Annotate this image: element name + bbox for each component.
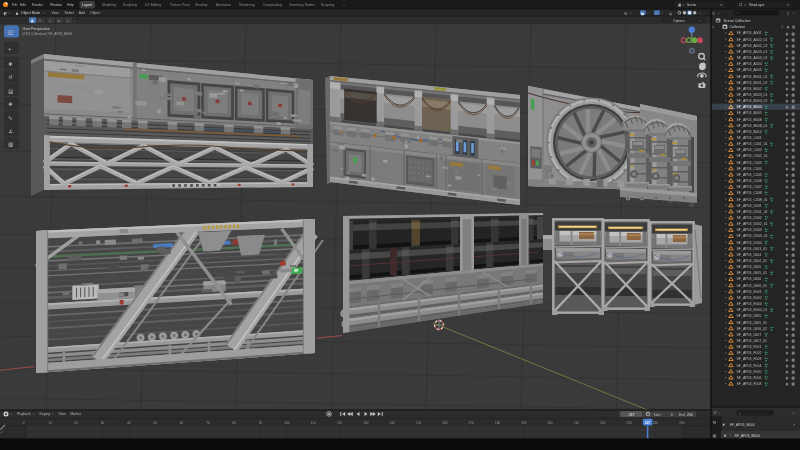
- svg-text:SF_AP03_B005: SF_AP03_B005: [737, 111, 762, 115]
- svg-text:0: 0: [23, 421, 25, 425]
- svg-text:☰: ☰: [714, 411, 718, 415]
- svg-text:Layout: Layout: [82, 3, 92, 7]
- svg-text:▩: ▩: [792, 253, 795, 257]
- svg-text:▩: ▩: [792, 191, 795, 195]
- svg-text:▩: ▩: [792, 345, 795, 349]
- svg-text:▩: ▩: [792, 44, 795, 48]
- svg-text:SF_AP03_E001: SF_AP03_E001: [737, 290, 762, 294]
- svg-text:▣: ▣: [678, 3, 681, 7]
- svg-text:SF_AP03_C001: SF_AP03_C001: [737, 136, 762, 140]
- svg-text:SF_AP03_0007: SF_AP03_0007: [737, 333, 762, 337]
- svg-text:SF_AP03_A003_02: SF_AP03_A003_02: [737, 56, 768, 60]
- svg-text:❐: ❐: [739, 3, 742, 7]
- svg-text:○: ○: [49, 19, 51, 23]
- svg-text:Shading: Shading: [195, 3, 208, 7]
- svg-text:ViewLayer: ViewLayer: [749, 3, 765, 7]
- svg-text:◉: ◉: [786, 284, 789, 288]
- svg-text:▩: ▩: [792, 118, 795, 122]
- svg-text:▩: ▩: [792, 112, 795, 116]
- svg-text:▩: ▩: [792, 75, 795, 79]
- svg-text:✕: ✕: [720, 3, 723, 7]
- svg-text:◉: ◉: [786, 198, 789, 202]
- svg-text:▩: ▩: [792, 241, 795, 245]
- svg-text:SF_AP03_0305_01: SF_AP03_0305_01: [737, 321, 768, 325]
- svg-text:SF_AP03_B003_02: SF_AP03_B003_02: [737, 99, 768, 103]
- svg-text:▩: ▩: [792, 142, 795, 146]
- svg-text:View: View: [52, 11, 60, 15]
- svg-text:◉: ◉: [786, 358, 789, 362]
- svg-text:∨: ∨: [52, 413, 54, 416]
- svg-text:SF_AP03_E004_01: SF_AP03_E004_01: [737, 308, 768, 312]
- svg-text:◉: ◉: [786, 179, 789, 183]
- svg-text:End: End: [679, 413, 685, 417]
- svg-text:◉: ◉: [786, 382, 789, 386]
- svg-text:130: 130: [363, 421, 368, 425]
- svg-text:▩: ▩: [792, 50, 795, 54]
- svg-text:SF_AP03_F001: SF_AP03_F001: [737, 345, 762, 349]
- svg-text:+: +: [343, 3, 345, 7]
- svg-text:SF_AP03_B003_01: SF_AP03_B003_01: [737, 93, 768, 97]
- svg-text:SF_AP03_D003: SF_AP03_D003: [737, 228, 762, 232]
- svg-text:▩: ▩: [792, 99, 795, 103]
- svg-text:10: 10: [48, 421, 52, 425]
- svg-text:▩: ▩: [792, 38, 795, 42]
- svg-text:◉: ◉: [786, 296, 789, 300]
- svg-text:⌕: ⌕: [739, 411, 741, 416]
- svg-text:∨: ∨: [44, 12, 46, 15]
- svg-text:SF_AP03_E002: SF_AP03_E002: [737, 296, 762, 300]
- svg-text:SF_AP03_C005: SF_AP03_C005: [737, 173, 762, 177]
- svg-text:∨: ∨: [682, 3, 684, 7]
- svg-text:◉: ◉: [786, 235, 789, 239]
- svg-text:▽: ▽: [781, 25, 784, 29]
- svg-text:▩: ▩: [792, 358, 795, 362]
- svg-text:▩: ▩: [792, 148, 795, 152]
- svg-text:SF_AP03_C001_01: SF_AP03_C001_01: [737, 142, 768, 146]
- svg-text:140: 140: [390, 421, 395, 425]
- svg-text:◉: ◉: [786, 105, 789, 109]
- svg-text:SF_AP03_F003: SF_AP03_F003: [737, 357, 762, 361]
- svg-text:◩: ◩: [4, 12, 8, 16]
- svg-text:∨: ∨: [730, 434, 732, 437]
- svg-text:∨: ∨: [647, 12, 649, 15]
- svg-text:◉: ◉: [786, 333, 789, 337]
- svg-text:240: 240: [653, 421, 658, 425]
- svg-text:◉: ◉: [786, 345, 789, 349]
- svg-text:SF_AP03_A002_02: SF_AP03_A002_02: [737, 44, 768, 48]
- svg-text:SF_AP03_0004_01: SF_AP03_0004_01: [737, 259, 768, 263]
- svg-text:↗: ↗: [793, 423, 796, 427]
- svg-text:SF_AP03_F002: SF_AP03_F002: [737, 351, 762, 355]
- svg-text:▩: ▩: [792, 302, 795, 306]
- svg-text:◉: ◉: [786, 278, 789, 282]
- svg-text:Compositing: Compositing: [263, 3, 282, 7]
- svg-text:◉: ◉: [786, 339, 789, 343]
- svg-text:SF_AP03_D001_01: SF_AP03_D001_01: [737, 210, 768, 214]
- svg-text:▩: ▩: [792, 284, 795, 288]
- svg-text:◉: ◉: [786, 99, 789, 103]
- svg-text:□: □: [39, 19, 41, 23]
- svg-text:◉: ◉: [786, 302, 789, 306]
- svg-text:60: 60: [180, 421, 184, 425]
- svg-text:160: 160: [442, 421, 447, 425]
- svg-text:▩: ▩: [792, 247, 795, 251]
- svg-text:◉: ◉: [786, 50, 789, 54]
- svg-text:◉: ◉: [786, 216, 789, 220]
- svg-text:▩: ▩: [792, 130, 795, 134]
- svg-text:▩: ▩: [792, 167, 795, 171]
- svg-text:SF_AP03_A002_01: SF_AP03_A002_01: [737, 38, 768, 42]
- svg-text:SF_AP03_F005: SF_AP03_F005: [737, 370, 762, 374]
- svg-text:⦿: ⦿: [624, 12, 628, 16]
- svg-text:▩: ▩: [792, 278, 795, 282]
- svg-text:◉: ◉: [786, 253, 789, 257]
- svg-text:SF_AP03_0004: SF_AP03_0004: [737, 253, 762, 257]
- svg-text:▩: ▩: [792, 235, 795, 239]
- svg-text:∨: ∨: [793, 412, 795, 415]
- svg-text:◉: ◉: [786, 290, 789, 294]
- svg-text:250: 250: [679, 421, 684, 425]
- svg-text:Scripting: Scripting: [321, 3, 334, 7]
- svg-text:◉: ◉: [786, 32, 789, 36]
- svg-text:◉: ◉: [786, 228, 789, 232]
- svg-text:SF_AP03_F004: SF_AP03_F004: [737, 364, 762, 368]
- svg-text:✕: ✕: [787, 3, 790, 7]
- svg-text:✖: ✖: [16, 12, 19, 16]
- svg-text:●: ●: [58, 19, 60, 23]
